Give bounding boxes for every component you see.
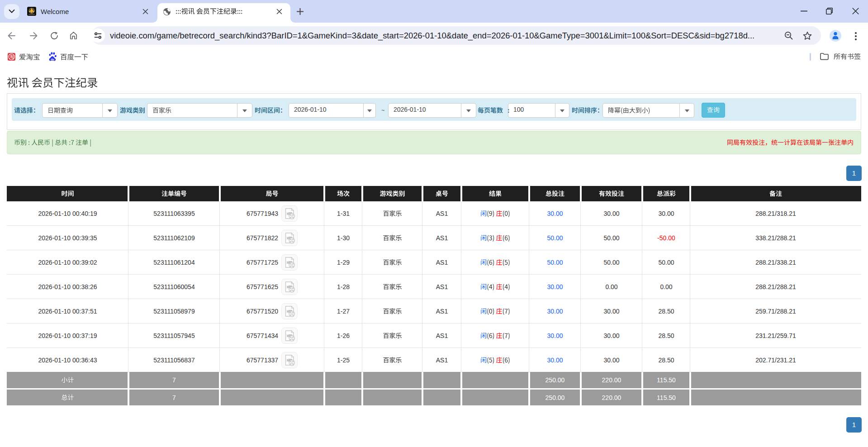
svg-text:du: du: [51, 57, 54, 61]
